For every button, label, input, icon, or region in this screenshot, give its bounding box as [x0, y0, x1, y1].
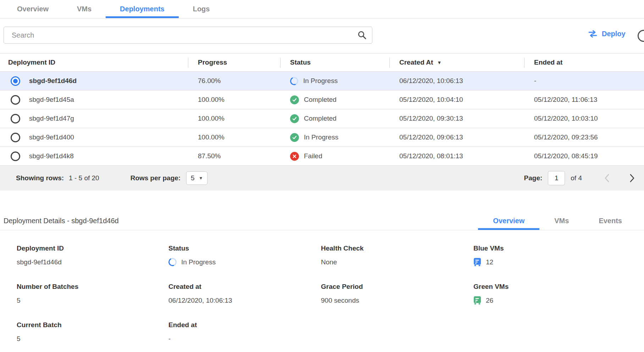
field-ended-at: Ended at - — [168, 321, 321, 343]
tab-vms[interactable]: VMs — [63, 0, 106, 18]
completed-check-icon — [290, 114, 299, 123]
field-grace-period: Grace Period 900 seconds — [321, 283, 473, 305]
tab-logs[interactable]: Logs — [179, 0, 224, 18]
column-header-deployment-id[interactable]: Deployment ID — [0, 54, 188, 71]
table-row[interactable]: sbgd-9ef1d400 100.00% In Progress 05/12/… — [0, 128, 644, 147]
chevron-down-icon: ▼ — [199, 176, 203, 181]
deploy-button-label: Deploy — [602, 30, 626, 38]
deployment-id: sbgd-9ef1d45a — [29, 96, 74, 104]
green-vm-server-icon — [473, 296, 481, 305]
column-header-ended-at[interactable]: Ended at — [524, 54, 644, 71]
column-header-status[interactable]: Status — [280, 54, 389, 71]
field-label: Ended at — [168, 321, 321, 329]
row-radio[interactable] — [11, 152, 20, 161]
field-label: Created at — [168, 283, 321, 291]
deployment-details-grid: Deployment ID sbgd-9ef1d46d Status In Pr… — [17, 244, 644, 343]
deployment-id: sbgd-9ef1d400 — [29, 133, 74, 141]
table-row[interactable]: sbgd-9ef1d45a 100.00% Completed 05/12/20… — [0, 90, 644, 109]
deployment-id: sbgd-9ef1d46d — [29, 77, 77, 85]
swap-arrows-icon — [588, 30, 598, 38]
page-number-input[interactable] — [548, 171, 565, 185]
field-created-at: Created at 06/12/2020, 10:06:13 — [168, 283, 321, 305]
completed-check-icon — [290, 95, 299, 104]
tab-deployments[interactable]: Deployments — [106, 0, 179, 18]
field-value: 12 — [486, 258, 493, 266]
status-label: Failed — [304, 152, 322, 160]
table-row[interactable]: sbgd-9ef1d46d 76.00% In Progress 06/12/2… — [0, 72, 644, 90]
deployment-id: sbgd-9ef1d4k8 — [29, 152, 74, 160]
in-progress-spinner-icon — [167, 257, 178, 267]
blue-vm-server-icon — [473, 258, 481, 266]
field-value: 900 seconds — [321, 296, 473, 305]
ended-at-value: - — [524, 77, 644, 85]
created-at-value: 05/12/2020, 08:01:13 — [389, 152, 524, 160]
page-total-label: of 4 — [571, 174, 582, 182]
field-green-vms: Green VMs 26 — [473, 283, 644, 305]
field-value: 26 — [486, 297, 493, 304]
search-input[interactable] — [4, 27, 372, 44]
toolbar: Deploy — [0, 18, 644, 53]
previous-page-button[interactable] — [604, 173, 610, 183]
refresh-icon[interactable] — [638, 30, 644, 42]
created-at-value: 05/12/2020, 09:06:13 — [389, 133, 524, 141]
page-label: Page: — [524, 174, 543, 182]
deployment-details-header: Deployment Details - sbgd-9ef1d46d Overv… — [0, 212, 644, 230]
rows-per-page-label: Rows per page: — [131, 174, 181, 182]
field-status: Status In Progress — [168, 244, 321, 266]
field-label: Health Check — [321, 244, 473, 252]
row-radio[interactable] — [11, 133, 20, 142]
tab-overview[interactable]: Overview — [3, 0, 63, 18]
column-header-progress[interactable]: Progress — [188, 54, 280, 71]
field-label: Green VMs — [473, 283, 644, 291]
progress-value: 87.50% — [188, 152, 280, 160]
failed-x-icon — [290, 152, 299, 161]
field-value: - — [168, 334, 321, 343]
field-blue-vms: Blue VMs 12 — [473, 244, 644, 266]
row-radio[interactable] — [11, 95, 20, 105]
next-page-button[interactable] — [629, 173, 635, 183]
table-row[interactable]: sbgd-9ef1d47g 100.00% Completed 05/12/20… — [0, 109, 644, 128]
sort-desc-icon[interactable]: ▼ — [437, 60, 442, 65]
progress-value: 76.00% — [188, 77, 280, 85]
table-row[interactable]: sbgd-9ef1d4k8 87.50% Failed 05/12/2020, … — [0, 147, 644, 166]
status-label: Completed — [304, 115, 337, 122]
field-label: Grace Period — [321, 283, 473, 291]
field-label: Current Batch — [17, 321, 168, 329]
row-radio-selected[interactable] — [11, 76, 20, 86]
ended-at-value: 05/12/2020, 10:03:10 — [524, 115, 644, 122]
search-icon[interactable] — [357, 31, 367, 40]
status-label: Completed — [304, 96, 337, 104]
details-tab-events[interactable]: Events — [584, 211, 637, 230]
field-deployment-id: Deployment ID sbgd-9ef1d46d — [17, 244, 168, 266]
field-value: 5 — [17, 296, 168, 305]
column-header-created-at-label: Created At — [399, 59, 433, 66]
field-health-check: Health Check None — [321, 244, 473, 266]
column-header-created-at[interactable]: Created At ▼ — [389, 54, 524, 71]
field-value: 06/12/2020, 10:06:13 — [168, 296, 321, 305]
ended-at-value: 05/12/2020, 08:45:19 — [524, 152, 644, 160]
status-label: In Progress — [303, 77, 338, 85]
details-tab-overview[interactable]: Overview — [478, 211, 539, 230]
deploy-button[interactable]: Deploy — [588, 30, 626, 38]
details-tab-vms[interactable]: VMs — [539, 211, 584, 230]
main-tabbar: Overview VMs Deployments Logs — [0, 0, 644, 18]
field-value: In Progress — [181, 258, 216, 266]
ended-at-value: 05/12/2020, 11:06:13 — [524, 96, 644, 104]
deployment-details-title: Deployment Details - sbgd-9ef1d46d — [4, 217, 119, 230]
field-value: 5 — [17, 334, 168, 343]
created-at-value: 06/12/2020, 10:06:13 — [389, 77, 524, 85]
field-label: Deployment ID — [17, 244, 168, 252]
rows-per-page-select[interactable]: 5 ▼ — [186, 171, 207, 185]
created-at-value: 05/12/2020, 10:04:10 — [389, 96, 524, 104]
field-value: None — [321, 258, 473, 266]
search-field-wrap — [4, 27, 372, 44]
field-current-batch: Current Batch 5 — [17, 321, 168, 343]
table-header-row: Deployment ID Progress Status Created At… — [0, 53, 644, 72]
details-tabbar: Overview VMs Events — [478, 211, 644, 230]
field-number-of-batches: Number of Batches 5 — [17, 283, 168, 305]
row-radio[interactable] — [11, 114, 20, 123]
deployment-id: sbgd-9ef1d47g — [29, 115, 74, 122]
field-value: sbgd-9ef1d46d — [17, 258, 168, 266]
ended-at-value: 05/12/2020, 09:23:56 — [524, 133, 644, 141]
showing-rows-label: Showing rows: — [16, 174, 64, 182]
